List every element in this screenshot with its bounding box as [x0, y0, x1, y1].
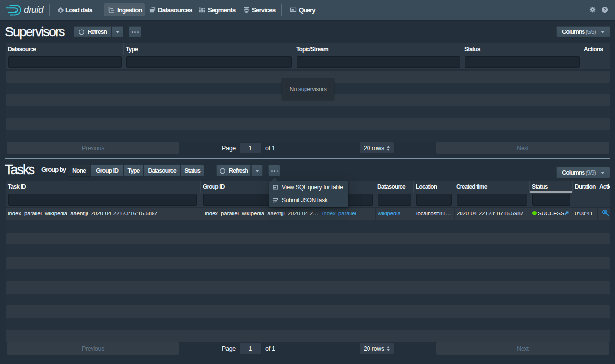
svg-text:?: ?	[603, 7, 606, 12]
